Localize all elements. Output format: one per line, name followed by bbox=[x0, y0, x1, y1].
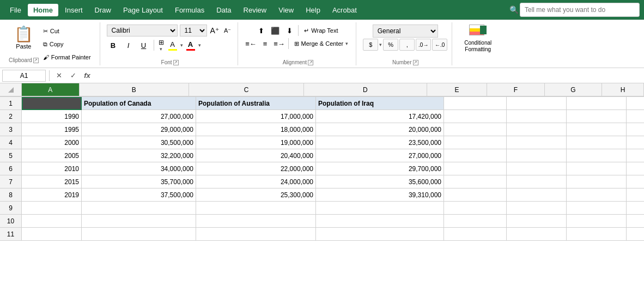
align-top-button[interactable]: ⬆ bbox=[254, 25, 268, 37]
cell-e2[interactable] bbox=[444, 110, 507, 123]
cell-a3[interactable]: 1995 bbox=[22, 123, 82, 136]
cell-b4[interactable]: 30,500,000 bbox=[82, 136, 196, 149]
cell-d1[interactable]: Population of Iraq bbox=[316, 97, 444, 110]
alignment-expand[interactable]: ↗ bbox=[308, 60, 313, 65]
col-header-a[interactable]: A bbox=[22, 83, 80, 96]
fill-color-dropdown[interactable]: ▾ bbox=[180, 42, 183, 48]
cell-a10[interactable] bbox=[22, 215, 82, 228]
cell-h8[interactable] bbox=[627, 188, 644, 202]
cell-f5[interactable] bbox=[507, 149, 567, 162]
row-header-5[interactable]: 5 bbox=[0, 149, 22, 162]
menu-data[interactable]: Data bbox=[211, 4, 236, 16]
cell-c9[interactable] bbox=[196, 202, 316, 215]
cell-d4[interactable]: 23,500,000 bbox=[316, 136, 444, 149]
menu-formulas[interactable]: Formulas bbox=[169, 4, 210, 16]
cell-g11[interactable] bbox=[567, 228, 627, 241]
cell-d9[interactable] bbox=[316, 202, 444, 215]
cell-h3[interactable] bbox=[627, 123, 644, 136]
borders-button[interactable]: ⊞ ▾ bbox=[157, 38, 165, 53]
col-header-c[interactable]: C bbox=[189, 83, 304, 96]
search-input[interactable] bbox=[525, 6, 623, 14]
cell-a9[interactable] bbox=[22, 202, 82, 215]
cell-f9[interactable] bbox=[507, 202, 567, 215]
cell-d3[interactable]: 20,000,000 bbox=[316, 123, 444, 136]
cell-e10[interactable] bbox=[444, 215, 507, 228]
cell-g2[interactable] bbox=[567, 110, 627, 123]
cell-a7[interactable]: 2015 bbox=[22, 175, 82, 188]
cell-f7[interactable] bbox=[507, 175, 567, 188]
cell-e7[interactable] bbox=[444, 175, 507, 188]
conditional-formatting-button[interactable]: Conditional Formatting bbox=[459, 22, 497, 55]
menu-draw[interactable]: Draw bbox=[89, 4, 117, 16]
menu-acrobat[interactable]: Acrobat bbox=[327, 4, 362, 16]
font-family-select[interactable]: Calibri bbox=[107, 25, 178, 37]
cell-f3[interactable] bbox=[507, 123, 567, 136]
cell-a6[interactable]: 2010 bbox=[22, 162, 82, 175]
currency-button[interactable]: $ bbox=[363, 39, 378, 51]
cell-b5[interactable]: 32,200,000 bbox=[82, 149, 196, 162]
cell-d11[interactable] bbox=[316, 228, 444, 241]
cell-d5[interactable]: 27,000,000 bbox=[316, 149, 444, 162]
cancel-button[interactable]: ✕ bbox=[53, 70, 65, 82]
cell-g3[interactable] bbox=[567, 123, 627, 136]
cell-c7[interactable]: 24,000,000 bbox=[196, 175, 316, 188]
paste-button[interactable]: 📋 Paste bbox=[10, 25, 38, 52]
cell-g10[interactable] bbox=[567, 215, 627, 228]
cell-a1[interactable] bbox=[22, 97, 82, 110]
cell-reference-input[interactable] bbox=[2, 70, 46, 82]
row-header-1[interactable]: 1 bbox=[0, 97, 22, 110]
copy-button[interactable]: ⧉ Copy bbox=[41, 40, 93, 49]
clipboard-expand[interactable]: ↗ bbox=[33, 58, 39, 63]
cell-c1[interactable]: Population of Australia bbox=[196, 97, 316, 110]
font-color-button[interactable]: A bbox=[185, 39, 196, 52]
fill-color-button[interactable]: A bbox=[167, 39, 178, 52]
col-header-b[interactable]: B bbox=[80, 83, 190, 96]
cell-b10[interactable] bbox=[82, 215, 196, 228]
search-box[interactable] bbox=[520, 3, 640, 17]
cell-g1[interactable] bbox=[567, 97, 627, 110]
percent-button[interactable]: % bbox=[383, 39, 398, 51]
decrease-font-button[interactable]: A⁻ bbox=[222, 25, 233, 36]
cell-g6[interactable] bbox=[567, 162, 627, 175]
cell-h4[interactable] bbox=[627, 136, 644, 149]
cell-h9[interactable] bbox=[627, 202, 644, 215]
confirm-button[interactable]: ✓ bbox=[67, 70, 79, 82]
cell-e6[interactable] bbox=[444, 162, 507, 175]
cell-f6[interactable] bbox=[507, 162, 567, 175]
cell-c10[interactable] bbox=[196, 215, 316, 228]
cell-a5[interactable]: 2005 bbox=[22, 149, 82, 162]
cell-a4[interactable]: 2000 bbox=[22, 136, 82, 149]
format-painter-button[interactable]: 🖌 Format Painter bbox=[41, 53, 93, 62]
row-header-9[interactable]: 9 bbox=[0, 202, 22, 215]
cell-d8[interactable]: 39,310,000 bbox=[316, 188, 444, 202]
cell-f1[interactable] bbox=[507, 97, 567, 110]
increase-decimal-button[interactable]: .0→ bbox=[416, 39, 431, 51]
col-header-g[interactable]: G bbox=[545, 83, 603, 96]
col-header-e[interactable]: E bbox=[427, 83, 487, 96]
cell-h7[interactable] bbox=[627, 175, 644, 188]
cell-e1[interactable] bbox=[444, 97, 507, 110]
cell-d2[interactable]: 17,420,000 bbox=[316, 110, 444, 123]
row-header-8[interactable]: 8 bbox=[0, 188, 22, 202]
cell-f11[interactable] bbox=[507, 228, 567, 241]
cell-b9[interactable] bbox=[82, 202, 196, 215]
number-expand[interactable]: ↗ bbox=[413, 60, 418, 65]
underline-button[interactable]: U bbox=[137, 39, 150, 52]
decrease-decimal-button[interactable]: ←.0 bbox=[432, 39, 447, 51]
increase-font-button[interactable]: A⁺ bbox=[209, 25, 220, 36]
cell-b11[interactable] bbox=[82, 228, 196, 241]
menu-home[interactable]: Home bbox=[28, 4, 58, 16]
function-button[interactable]: fx bbox=[81, 70, 93, 82]
cell-b7[interactable]: 35,700,000 bbox=[82, 175, 196, 188]
col-header-d[interactable]: D bbox=[304, 83, 427, 96]
cell-c8[interactable]: 25,300,000 bbox=[196, 188, 316, 202]
cut-button[interactable]: ✂ Cut bbox=[41, 27, 93, 36]
italic-button[interactable]: I bbox=[122, 39, 135, 52]
col-header-f[interactable]: F bbox=[487, 83, 545, 96]
row-header-7[interactable]: 7 bbox=[0, 175, 22, 188]
cell-c3[interactable]: 18,000,000 bbox=[196, 123, 316, 136]
cell-c6[interactable]: 22,000,000 bbox=[196, 162, 316, 175]
comma-button[interactable]: , bbox=[399, 39, 415, 51]
cell-e3[interactable] bbox=[444, 123, 507, 136]
menu-insert[interactable]: Insert bbox=[59, 4, 88, 16]
